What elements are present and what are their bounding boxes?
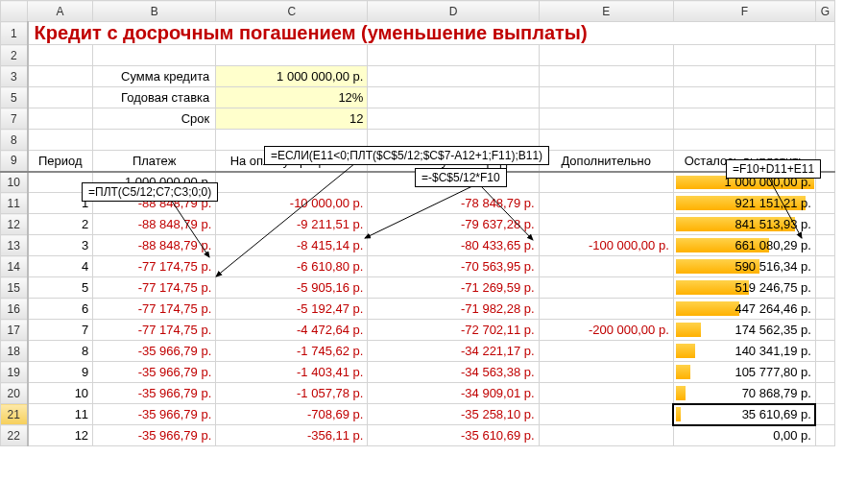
principal-cell[interactable]: -79 637,28 р. (368, 214, 539, 235)
extra-cell[interactable] (539, 256, 673, 277)
interest-cell[interactable]: -9 211,51 р. (216, 214, 368, 235)
row-header[interactable]: 7 (1, 108, 28, 130)
period-cell[interactable]: 6 (28, 299, 93, 320)
cell[interactable] (28, 45, 93, 66)
col-header[interactable]: C (216, 1, 368, 22)
period-cell[interactable]: 2 (28, 214, 93, 235)
column-header-row[interactable]: A B C D E F G (1, 1, 835, 22)
payment-cell[interactable]: -35 966,79 р. (93, 404, 216, 425)
extra-cell[interactable] (539, 362, 673, 383)
row-header[interactable]: 22 (1, 425, 28, 446)
extra-cell[interactable]: -200 000,00 р. (539, 320, 673, 341)
principal-cell[interactable]: -72 702,11 р. (368, 320, 539, 341)
remain-cell[interactable]: 590 516,34 р. (673, 256, 815, 277)
payment-cell[interactable]: -77 174,75 р. (93, 277, 216, 299)
remain-cell[interactable]: 105 777,80 р. (673, 362, 815, 383)
interest-cell[interactable]: -10 000,00 р. (216, 193, 368, 214)
principal-cell[interactable]: -35 258,10 р. (368, 404, 539, 425)
interest-cell[interactable]: -6 610,80 р. (216, 256, 368, 277)
extra-cell[interactable] (539, 404, 673, 425)
payment-cell[interactable]: -35 966,79 р. (93, 341, 216, 362)
extra-cell[interactable] (539, 341, 673, 362)
payment-cell[interactable]: -77 174,75 р. (93, 256, 216, 277)
spreadsheet-grid[interactable]: A B C D E F G 1Кредит с досрочным погаше… (0, 0, 835, 446)
interest-cell[interactable]: -1 403,41 р. (216, 362, 368, 383)
principal-cell[interactable]: -71 982,28 р. (368, 299, 539, 320)
period-cell[interactable]: 9 (28, 362, 93, 383)
input-sum[interactable]: 1 000 000,00 р. (216, 66, 368, 87)
col-header[interactable]: B (93, 1, 216, 22)
remain-cell[interactable]: 140 341,19 р. (673, 341, 815, 362)
payment-cell[interactable]: -35 966,79 р. (93, 362, 216, 383)
remain-cell[interactable]: 447 264,46 р. (673, 299, 815, 320)
interest-cell[interactable]: -708,69 р. (216, 404, 368, 425)
cell[interactable] (673, 45, 815, 66)
period-cell[interactable]: 12 (28, 425, 93, 446)
row-header[interactable]: 11 (1, 193, 28, 214)
interest-cell[interactable]: -1 745,62 р. (216, 341, 368, 362)
cell[interactable] (216, 45, 368, 66)
principal-cell[interactable]: -34 563,38 р. (368, 362, 539, 383)
principal-cell[interactable]: -70 563,95 р. (368, 256, 539, 277)
interest-cell[interactable]: -4 472,64 р. (216, 320, 368, 341)
remain-cell[interactable]: 70 868,79 р. (673, 383, 815, 404)
col-header[interactable]: D (368, 1, 539, 22)
payment-cell[interactable]: -88 848,79 р. (93, 235, 216, 256)
cell[interactable] (539, 130, 673, 151)
extra-cell[interactable] (539, 193, 673, 214)
row-header[interactable]: 21 (1, 404, 28, 425)
principal-cell[interactable]: -35 610,69 р. (368, 425, 539, 446)
cell[interactable] (539, 45, 673, 66)
period-cell[interactable]: 3 (28, 235, 93, 256)
period-cell[interactable]: 5 (28, 277, 93, 299)
principal-cell[interactable]: -71 269,59 р. (368, 277, 539, 299)
input-term[interactable]: 12 (216, 108, 368, 130)
col-header[interactable]: E (539, 1, 673, 22)
extra-cell[interactable] (539, 277, 673, 299)
period-cell[interactable]: 7 (28, 320, 93, 341)
row-header[interactable]: 9 (1, 151, 28, 172)
remain-cell[interactable]: 661 080,29 р. (673, 235, 815, 256)
principal-cell[interactable]: -78 848,79 р. (368, 193, 539, 214)
row-header[interactable]: 13 (1, 235, 28, 256)
period-cell[interactable]: 11 (28, 404, 93, 425)
row-header[interactable]: 20 (1, 383, 28, 404)
period-cell[interactable]: 4 (28, 256, 93, 277)
extra-cell[interactable] (539, 214, 673, 235)
principal-cell[interactable]: -34 221,17 р. (368, 341, 539, 362)
cell[interactable] (93, 130, 216, 151)
col-header[interactable]: G (815, 1, 834, 22)
extra-cell[interactable] (539, 299, 673, 320)
remain-cell[interactable]: 174 562,35 р. (673, 320, 815, 341)
period-cell[interactable]: 8 (28, 341, 93, 362)
cell[interactable] (93, 45, 216, 66)
row-header[interactable]: 1 (1, 22, 28, 45)
row-header[interactable]: 17 (1, 320, 28, 341)
principal-cell[interactable]: -34 909,01 р. (368, 383, 539, 404)
input-rate[interactable]: 12% (216, 87, 368, 108)
row-header[interactable]: 8 (1, 130, 28, 151)
interest-cell[interactable]: -5 192,47 р. (216, 299, 368, 320)
remain-cell[interactable]: 0,00 р. (673, 425, 815, 446)
interest-cell[interactable]: -5 905,16 р. (216, 277, 368, 299)
row-header[interactable]: 14 (1, 256, 28, 277)
select-all[interactable] (1, 1, 28, 22)
row-header[interactable]: 12 (1, 214, 28, 235)
cell[interactable] (28, 130, 93, 151)
remain-cell[interactable]: 841 513,93 р. (673, 214, 815, 235)
payment-cell[interactable]: -35 966,79 р. (93, 383, 216, 404)
extra-cell[interactable] (539, 425, 673, 446)
row-header[interactable]: 15 (1, 277, 28, 299)
cell[interactable] (673, 130, 815, 151)
interest-cell[interactable]: -8 415,14 р. (216, 235, 368, 256)
row-header[interactable]: 5 (1, 87, 28, 108)
payment-cell[interactable]: -77 174,75 р. (93, 320, 216, 341)
interest-cell[interactable]: -1 057,78 р. (216, 383, 368, 404)
row-header[interactable]: 10 (1, 172, 28, 193)
extra-cell[interactable]: -100 000,00 р. (539, 235, 673, 256)
principal-cell[interactable]: -80 433,65 р. (368, 235, 539, 256)
payment-cell[interactable]: -35 966,79 р. (93, 425, 216, 446)
interest-cell[interactable]: -356,11 р. (216, 425, 368, 446)
row-header[interactable]: 19 (1, 362, 28, 383)
remain-cell[interactable]: 921 151,21 р. (673, 193, 815, 214)
